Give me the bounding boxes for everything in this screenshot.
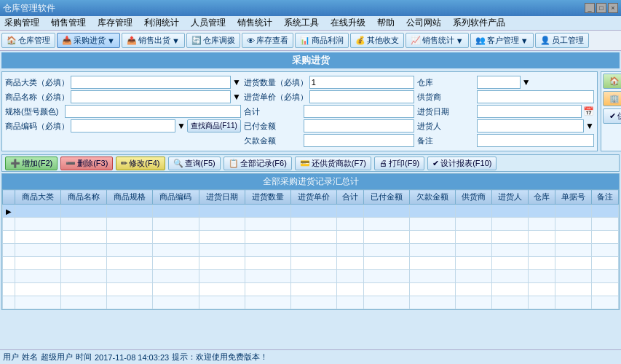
delete-icon: ➖ xyxy=(66,159,76,168)
col-total[interactable]: 合计 xyxy=(336,190,363,205)
search-product-button[interactable]: 查找商品(F11) xyxy=(187,119,241,132)
menu-tools[interactable]: 系统工具 xyxy=(281,17,322,29)
toolbar-other-finance[interactable]: 💰 其他收支 xyxy=(350,33,404,48)
menu-sales[interactable]: 销售管理 xyxy=(48,17,89,29)
unit-price-input[interactable] xyxy=(309,90,414,103)
col-remark[interactable]: 备注 xyxy=(592,190,619,205)
employee-icon: 👤 xyxy=(540,36,550,45)
product-name-input[interactable] xyxy=(71,90,231,103)
toolbar-transfer[interactable]: 🔄 仓库调拨 xyxy=(186,33,240,48)
toolbar-warehouse[interactable]: 🏠 仓库管理 xyxy=(1,33,55,48)
warehouse-icon: 🏠 xyxy=(7,36,17,45)
minimize-button[interactable]: _ xyxy=(585,3,595,13)
menu-inventory[interactable]: 库存管理 xyxy=(95,17,135,29)
cell-unit-price xyxy=(290,205,336,218)
table-row[interactable] xyxy=(3,283,619,296)
table-row[interactable] xyxy=(3,244,619,257)
edit-button[interactable]: ✏ 修改(F4) xyxy=(116,157,165,170)
table-row[interactable] xyxy=(3,231,619,244)
menu-purchase[interactable]: 采购管理 xyxy=(1,17,42,29)
form-row-paid: 已付金额 xyxy=(244,119,414,133)
col-category[interactable]: 商品大类 xyxy=(15,190,61,205)
menu-staff[interactable]: 人员管理 xyxy=(188,17,229,29)
all-records-button[interactable]: 📋 全部记录(F6) xyxy=(224,157,292,170)
calendar-icon[interactable]: 📅 xyxy=(583,106,594,116)
col-product-name[interactable]: 商品名称 xyxy=(61,190,107,205)
toolbar-profit[interactable]: 📊 商品利润 xyxy=(295,33,349,48)
code-input[interactable] xyxy=(71,119,175,132)
menu-series[interactable]: 系列软件产品 xyxy=(450,17,508,29)
col-code[interactable]: 商品编码 xyxy=(153,190,199,205)
user-label: 用户 xyxy=(3,352,19,363)
toolbar-stock-view[interactable]: 👁 库存查看 xyxy=(242,33,293,48)
category-input[interactable] xyxy=(71,76,231,89)
category-dropdown-icon[interactable]: ▼ xyxy=(232,77,241,87)
toolbar-sales-out[interactable]: 📤 销售出货▼ xyxy=(122,33,185,48)
col-spec[interactable]: 商品规格 xyxy=(107,190,153,205)
col-qty[interactable]: 进货数量 xyxy=(245,190,290,205)
design-icon: ✔ xyxy=(432,159,439,168)
cell-spec xyxy=(107,205,153,218)
table-row[interactable] xyxy=(3,257,619,270)
col-unit-price[interactable]: 进货单价 xyxy=(290,190,336,205)
form-col3: 仓库 总仓库 ▼ 供货商 进货日期 2017-11-08 📅 进货人 xyxy=(417,75,594,148)
debt-label: 欠款金额 xyxy=(244,135,302,146)
date-input[interactable]: 2017-11-08 xyxy=(477,105,582,118)
payment-icon: 💳 xyxy=(300,159,310,168)
spec-input[interactable] xyxy=(65,105,241,118)
supplier-mgr-button[interactable]: ✔ 供货商管理 xyxy=(603,108,621,124)
paid-input[interactable] xyxy=(304,119,414,132)
menu-profit[interactable]: 利润统计 xyxy=(141,17,182,29)
toolbar-employee[interactable]: 👤 员工管理 xyxy=(535,33,589,48)
menubar: 采购管理 销售管理 库存管理 利润统计 人员管理 销售统计 系统工具 在线升级 … xyxy=(0,16,621,31)
code-dropdown-icon[interactable]: ▼ xyxy=(177,121,186,131)
toolbar-customer[interactable]: 👥 客户管理▼ xyxy=(470,33,534,48)
form-row-qty: 进货数量（必填） xyxy=(244,75,414,90)
add-button[interactable]: ➕ 增加(F2) xyxy=(5,157,58,170)
window-controls: _ □ × xyxy=(585,3,618,13)
form-area: 商品大类（必填） ▼ 商品名称（必填） ▼ 规格(型号颜色) 商品编码 xyxy=(1,71,598,151)
col-doc-no[interactable]: 单据号 xyxy=(555,190,592,205)
menu-upgrade[interactable]: 在线升级 xyxy=(328,17,368,29)
form-row-unit-price: 进货单价（必填） xyxy=(244,90,414,104)
maximize-button[interactable]: □ xyxy=(596,3,606,13)
supplier-payment-button[interactable]: 💳 还供货商款(F7) xyxy=(295,157,371,170)
new-supplier-button[interactable]: 🏢 新添供货商(F12) xyxy=(603,91,621,106)
cell-supplier xyxy=(456,205,492,218)
warehouse-dropdown-icon[interactable]: ▼ xyxy=(522,77,531,87)
statusbar: 用户 姓名 超级用户 时间 2017-11-08 14:03:23 提示：欢迎使… xyxy=(0,349,621,364)
table-row[interactable] xyxy=(3,296,619,309)
query-button[interactable]: 🔍 查询(F5) xyxy=(168,157,221,170)
menu-website[interactable]: 公司网站 xyxy=(403,17,444,29)
col-warehouse[interactable]: 仓库 xyxy=(529,190,555,205)
col-purchaser[interactable]: 进货人 xyxy=(492,190,529,205)
print-button[interactable]: 🖨 打印(F9) xyxy=(374,157,424,170)
purchaser-dropdown-icon[interactable]: ▼ xyxy=(585,121,594,131)
menu-sales-stats[interactable]: 销售统计 xyxy=(234,17,275,29)
table-row[interactable]: ▶ xyxy=(3,205,619,218)
total-input[interactable] xyxy=(304,105,414,118)
table-section: 全部采购进货记录汇总计 商品大类 商品名称 商品规格 商品编码 进货日期 进货数… xyxy=(1,173,620,310)
warehouse-input[interactable]: 总仓库 xyxy=(477,76,521,89)
col-date[interactable]: 进货日期 xyxy=(199,190,245,205)
debt-input[interactable] xyxy=(304,134,414,147)
purchaser-input[interactable]: 超级用户 xyxy=(477,119,584,132)
col-paid[interactable]: 已付金额 xyxy=(363,190,409,205)
remark-input[interactable] xyxy=(477,134,594,147)
qty-input[interactable] xyxy=(309,76,414,89)
col-debt[interactable]: 欠款金额 xyxy=(409,190,455,205)
toolbar-sales-stats[interactable]: 📈 销售统计▼ xyxy=(406,33,469,48)
new-warehouse-button[interactable]: 🏠 新添仓库 xyxy=(603,74,621,89)
delete-button[interactable]: ➖ 删除(F3) xyxy=(60,157,113,170)
product-name-dropdown-icon[interactable]: ▼ xyxy=(232,92,241,102)
table-row[interactable] xyxy=(3,270,619,283)
close-button[interactable]: × xyxy=(608,3,618,13)
supplier-input[interactable] xyxy=(477,90,594,103)
table-row[interactable] xyxy=(3,218,619,231)
toolbar-purchase[interactable]: 📥 采购进货▼ xyxy=(57,33,120,48)
design-report-button[interactable]: ✔ 设计报表(F10) xyxy=(427,157,497,170)
section-header: 采购进货 xyxy=(1,52,620,68)
titlebar: 仓库管理软件 _ □ × xyxy=(0,0,621,16)
col-supplier[interactable]: 供货商 xyxy=(456,190,492,205)
menu-help[interactable]: 帮助 xyxy=(374,17,397,29)
